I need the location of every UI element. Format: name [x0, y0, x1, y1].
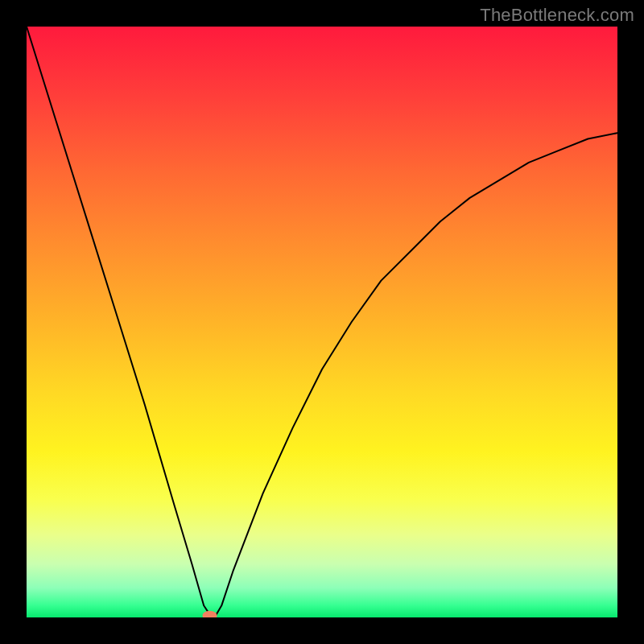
chart-container: TheBottleneck.com — [0, 0, 644, 644]
watermark-text: TheBottleneck.com — [480, 5, 634, 26]
min-marker — [203, 611, 217, 617]
plot-svg — [27, 27, 617, 617]
plot-area — [27, 27, 617, 617]
bottleneck-curve — [27, 27, 617, 616]
